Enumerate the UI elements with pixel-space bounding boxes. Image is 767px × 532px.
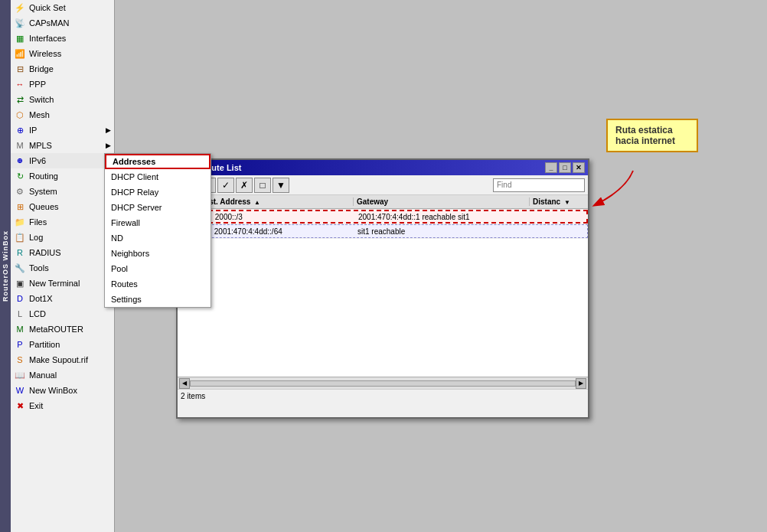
mesh-icon: ⬡ — [14, 109, 26, 121]
wireless-icon: 📶 — [14, 47, 26, 60]
switch-icon: ⇄ — [14, 93, 26, 106]
sidebar-item-new-winbox[interactable]: W New WinBox — [11, 383, 114, 398]
ipv6-icon: ⊕ — [14, 155, 26, 167]
submenu-item-pool[interactable]: Pool — [105, 261, 211, 276]
sidebar-item-system[interactable]: ⚙ System ▶ — [11, 184, 114, 199]
scroll-right[interactable]: ▶ — [576, 378, 586, 389]
row-dst: ▶ 2000::/3 — [202, 213, 355, 221]
submenu-item-firewall[interactable]: Firewall — [105, 215, 211, 230]
sidebar-item-queues[interactable]: ⊞ Queues — [11, 199, 114, 214]
metarouter-icon: M — [14, 323, 26, 335]
radius-icon: R — [14, 246, 26, 259]
partition-icon: P — [14, 338, 26, 351]
check-button[interactable]: ✓ — [217, 178, 234, 193]
submenu-item-dhcp-relay[interactable]: DHCP Relay — [105, 184, 211, 200]
filter-button[interactable]: ▼ — [273, 178, 289, 193]
sidebar-item-quick-set[interactable]: ⚡ Quick Set — [11, 0, 114, 15]
mpls-icon: M — [14, 139, 26, 152]
sidebar-item-exit[interactable]: ✖ Exit — [11, 398, 114, 413]
status-bar: 2 items — [178, 389, 588, 403]
sidebar-item-partition[interactable]: P Partition — [11, 337, 114, 352]
scroll-left[interactable]: ◀ — [179, 378, 190, 389]
sidebar-item-manual[interactable]: 📖 Manual — [11, 367, 114, 383]
interfaces-icon: ▦ — [14, 32, 26, 44]
sidebar-item-radius[interactable]: R RADIUS — [11, 245, 114, 260]
bridge-icon: ⊟ — [14, 63, 26, 75]
sidebar-item-mesh[interactable]: ⬡ Mesh — [11, 107, 114, 122]
routing-icon: ↻ — [14, 170, 26, 182]
scroll-track[interactable] — [190, 380, 576, 387]
copy-button[interactable]: □ — [254, 178, 271, 193]
sidebar-item-files[interactable]: 📁 Files — [11, 214, 114, 230]
sidebar-item-wireless[interactable]: 📶 Wireless — [11, 46, 114, 61]
sidebar-item-bridge[interactable]: ⊟ Bridge — [11, 61, 114, 77]
new-winbox-icon: W — [14, 384, 26, 397]
ip-arrow: ▶ — [106, 126, 111, 134]
sidebar-item-interfaces[interactable]: ▦ Interfaces — [11, 31, 114, 46]
submenu-item-dhcp-client[interactable]: DHCP Client — [105, 169, 211, 184]
submenu-item-routes[interactable]: Routes — [105, 276, 211, 292]
row-gw: sit1 reachable — [354, 227, 530, 236]
sidebar-item-ipv6[interactable]: ⊕ IPv6 ▶ — [11, 153, 114, 168]
capsman-icon: 📡 — [14, 17, 26, 29]
route-window: IPv6 Route List _ □ ✕ + − ✓ ✗ □ ▼ Dst. A… — [176, 158, 589, 419]
route-toolbar: + − ✓ ✗ □ ▼ — [178, 175, 588, 195]
tools-icon: 🔧 — [14, 262, 26, 274]
table-header: Dst. Address ▲ Gateway Distanc ▼ — [178, 195, 588, 209]
empty-area — [178, 239, 588, 377]
col-dist-header[interactable]: Distanc ▼ — [530, 197, 583, 206]
ip-icon: ⊕ — [14, 124, 26, 136]
submenu-item-neighbors[interactable]: Neighbors — [105, 246, 211, 261]
sidebar-item-lcd[interactable]: L LCD — [11, 306, 114, 321]
tooltip: Ruta estatica hacia internet — [606, 119, 698, 152]
sidebar-item-metarouter[interactable]: M MetaROUTER — [11, 321, 114, 337]
new-terminal-icon: ▣ — [14, 277, 26, 289]
vertical-label: RouterOS WinBox — [0, 0, 11, 532]
tooltip-arrow-svg — [579, 167, 641, 213]
system-icon: ⚙ — [14, 185, 26, 197]
minimize-button[interactable]: _ — [545, 162, 557, 173]
submenu-item-dhcp-server[interactable]: DHCP Server — [105, 200, 211, 215]
ipv6-submenu: Addresses DHCP Client DHCP Relay DHCP Se… — [104, 153, 211, 308]
sidebar-item-switch[interactable]: ⇄ Switch — [11, 92, 114, 107]
dot1x-icon: D — [14, 292, 26, 305]
sidebar-item-dot1x[interactable]: D Dot1X — [11, 291, 114, 306]
ppp-icon: ↔ — [14, 78, 26, 90]
table-body: AS ▶ 2000::/3 2001:470:4:4dd::1 reachabl… — [178, 209, 588, 239]
sidebar-item-mpls[interactable]: M MPLS ▶ — [11, 138, 114, 153]
sidebar-item-log[interactable]: 📋 Log — [11, 230, 114, 245]
sidebar: ⚡ Quick Set 📡 CAPsMAN ▦ Interfaces 📶 Wir… — [11, 0, 115, 532]
submenu-item-addresses[interactable]: Addresses — [105, 154, 211, 169]
sidebar-item-ppp[interactable]: ↔ PPP — [11, 77, 114, 92]
find-box — [493, 178, 585, 192]
row-gw: 2001:470:4:4dd::1 reachable sit1 — [355, 213, 531, 221]
window-titlebar: IPv6 Route List _ □ ✕ — [178, 160, 588, 175]
make-supout-icon: S — [14, 354, 26, 366]
maximize-button[interactable]: □ — [559, 162, 571, 173]
sidebar-item-routing[interactable]: ↻ Routing ▶ — [11, 168, 114, 184]
manual-icon: 📖 — [14, 369, 26, 381]
sidebar-item-capsman[interactable]: 📡 CAPsMAN — [11, 15, 114, 31]
exit-icon: ✖ — [14, 400, 26, 412]
col-gw-header[interactable]: Gateway — [354, 197, 530, 206]
sidebar-item-make-supout[interactable]: S Make Supout.rif — [11, 352, 114, 367]
row-dst: ▶ 2001:470:4:4dd::/64 — [201, 227, 354, 236]
table-row[interactable]: DAC ▶ 2001:470:4:4dd::/64 sit1 reachable — [178, 224, 588, 238]
table-row[interactable]: AS ▶ 2000::/3 2001:470:4:4dd::1 reachabl… — [178, 210, 588, 224]
sidebar-item-ip[interactable]: ⊕ IP ▶ — [11, 122, 114, 138]
submenu-item-nd[interactable]: ND — [105, 230, 211, 246]
mpls-arrow: ▶ — [106, 142, 111, 149]
cancel-button[interactable]: ✗ — [236, 178, 253, 193]
find-input[interactable] — [493, 178, 585, 192]
submenu-item-settings[interactable]: Settings — [105, 292, 211, 307]
horizontal-scrollbar[interactable]: ◀ ▶ — [178, 377, 588, 389]
col-dst-header[interactable]: Dst. Address ▲ — [201, 197, 354, 206]
sidebar-item-tools[interactable]: 🔧 Tools ▶ — [11, 260, 114, 276]
log-icon: 📋 — [14, 231, 26, 243]
lcd-icon: L — [14, 308, 26, 320]
files-icon: 📁 — [14, 216, 26, 228]
queues-icon: ⊞ — [14, 201, 26, 213]
quick-set-icon: ⚡ — [14, 2, 26, 14]
sidebar-item-new-terminal[interactable]: ▣ New Terminal — [11, 276, 114, 291]
